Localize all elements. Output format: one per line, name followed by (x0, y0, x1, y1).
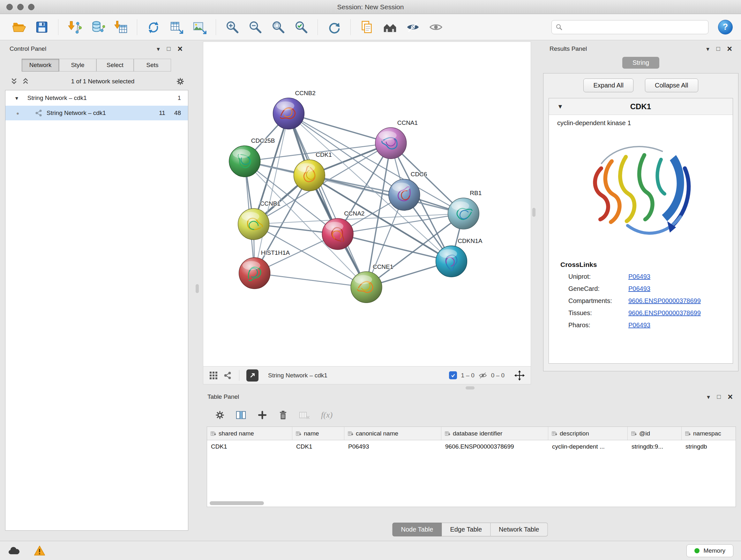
column-header-description[interactable]: description (548, 427, 628, 440)
column-header-id[interactable]: @id (628, 427, 682, 440)
show-columns-button[interactable] (235, 410, 246, 420)
selected-checkbox-icon[interactable] (449, 371, 457, 379)
panel-float-icon[interactable]: □ (167, 45, 171, 52)
network-node-CCNA1[interactable]: CCNA1 (375, 119, 418, 159)
tab-sets[interactable]: Sets (134, 59, 171, 71)
collection-row[interactable]: ▼ String Network – cdk1 1 (5, 90, 188, 106)
network-view-canvas[interactable]: CCNB2CCNA1CDC25BCDK1CDC6RB1CCNB1CCNA2CDK… (203, 42, 531, 367)
grid-view-button[interactable] (209, 371, 218, 380)
gene-card-header[interactable]: ▼ CDK1 (549, 98, 733, 115)
left-splitter-handle[interactable] (196, 284, 199, 293)
delete-column-button-disabled[interactable] (299, 410, 310, 420)
panel-float-icon[interactable]: □ (717, 393, 721, 400)
network-node-RB1[interactable]: RB1 (448, 190, 482, 229)
panel-menu-icon[interactable]: ▾ (706, 45, 710, 53)
memory-button[interactable]: Memory (686, 544, 733, 557)
network-list-button[interactable] (223, 371, 232, 380)
warnings-button[interactable] (34, 545, 45, 556)
panel-close-icon[interactable]: × (728, 394, 733, 400)
network-row-selected[interactable]: ● String Network – cdk1 11 48 (5, 106, 188, 120)
maximize-window-button[interactable] (28, 4, 35, 10)
horizontal-scrollbar-thumb[interactable] (210, 501, 264, 505)
save-session-button[interactable] (31, 17, 52, 38)
open-in-new-window-button[interactable] (246, 369, 259, 381)
cell-canonical-name[interactable]: P06493 (344, 440, 441, 454)
panel-menu-icon[interactable]: ▾ (707, 393, 710, 401)
column-header-shared-name[interactable]: shared name (207, 427, 292, 440)
open-session-button[interactable] (8, 17, 29, 38)
minimize-window-button[interactable] (17, 4, 23, 10)
column-header-name[interactable]: name (292, 427, 344, 440)
network-node-HIST1H1A[interactable]: HIST1H1A (239, 249, 290, 289)
tab-select[interactable]: Select (96, 59, 134, 71)
show-all-button[interactable] (425, 17, 447, 38)
cell-database-identifier[interactable]: 9606.ENSP00000378699 (441, 440, 548, 454)
gene-expanded-icon[interactable]: ▼ (557, 103, 563, 110)
bottom-splitter-handle[interactable] (466, 386, 475, 389)
zoom-in-button[interactable] (222, 17, 243, 38)
tab-network[interactable]: Network (22, 59, 59, 71)
help-button[interactable]: ? (718, 20, 733, 35)
zoom-fit-button[interactable] (268, 17, 289, 38)
network-edge-CCNB2-CCNE1[interactable] (288, 114, 366, 287)
cell-name[interactable]: CDK1 (292, 440, 344, 454)
expand-all-button[interactable]: Expand All (583, 78, 633, 92)
hidden-eye-slash-icon[interactable] (478, 371, 487, 380)
create-column-button[interactable] (257, 410, 267, 420)
table-export-icon (169, 20, 184, 35)
network-edge-HIST1H1A-CCNE1[interactable] (255, 273, 366, 287)
panel-close-icon[interactable]: × (178, 46, 183, 52)
cloud-status-button[interactable] (8, 546, 20, 555)
cell-id[interactable]: stringdb:9... (628, 440, 682, 454)
network-options-button[interactable] (176, 77, 185, 85)
export-image-button[interactable] (189, 17, 210, 38)
tab-network-table[interactable]: Network Table (490, 523, 548, 537)
new-network-from-selection-button[interactable] (143, 17, 164, 38)
tab-string[interactable]: String (622, 57, 659, 69)
hide-selected-button[interactable] (402, 17, 423, 38)
panel-close-icon[interactable]: × (727, 46, 732, 52)
column-header-canonical-name[interactable]: canonical name (344, 427, 441, 440)
collapse-all-button[interactable]: Collapse All (645, 78, 698, 92)
pan-crosshair-icon[interactable] (514, 370, 525, 381)
crosslink-genecard[interactable]: P06493 (628, 285, 733, 293)
import-network-database-button[interactable] (87, 17, 108, 38)
cell-namespace[interactable]: stringdb (682, 440, 736, 454)
crosslink-tissues[interactable]: 9606.ENSP00000378699 (628, 309, 733, 317)
crosslink-uniprot[interactable]: P06493 (628, 273, 733, 280)
refresh-view-button[interactable] (324, 17, 345, 38)
search-input[interactable] (566, 23, 704, 30)
tab-edge-table[interactable]: Edge Table (442, 523, 490, 537)
export-table-button[interactable] (166, 17, 187, 38)
birdseye-overview-button[interactable] (380, 17, 401, 38)
delete-row-button[interactable] (278, 410, 288, 420)
right-splitter-handle[interactable] (532, 208, 536, 217)
panel-menu-icon[interactable]: ▾ (157, 45, 160, 53)
zoom-selected-button[interactable] (291, 17, 312, 38)
function-builder-button[interactable]: f(x) (321, 410, 333, 420)
network-edge-CCNB2-CCNA1[interactable] (288, 114, 391, 143)
import-table-button[interactable] (110, 17, 131, 38)
import-network-file-button[interactable] (64, 17, 85, 38)
network-node-CCNB2[interactable]: CCNB2 (273, 90, 316, 129)
tab-style[interactable]: Style (59, 59, 96, 71)
zoom-out-button[interactable] (245, 17, 266, 38)
table-options-button[interactable] (215, 410, 225, 420)
cell-shared-name[interactable]: CDK1 (207, 440, 292, 454)
close-window-button[interactable] (6, 4, 13, 10)
network-node-label: CDK1 (316, 151, 332, 158)
cell-description[interactable]: cyclin-dependent ... (548, 440, 628, 454)
panel-float-icon[interactable]: □ (717, 45, 720, 52)
crosslink-compartments[interactable]: 9606.ENSP00000378699 (628, 297, 733, 305)
table-row[interactable]: CDK1 CDK1 P06493 9606.ENSP00000378699 cy… (207, 440, 736, 454)
column-header-database-identifier[interactable]: database identifier (441, 427, 548, 440)
tab-node-table[interactable]: Node Table (393, 523, 442, 537)
expand-all-button[interactable] (22, 78, 29, 85)
collapse-all-button[interactable] (10, 78, 18, 85)
duplicate-document-button[interactable] (356, 17, 378, 38)
table-panel-title: Table Panel (207, 393, 239, 400)
crosslink-pharos[interactable]: P06493 (628, 321, 733, 329)
network-node-CDC25B[interactable]: CDC25B (229, 137, 275, 177)
collection-expanded-icon[interactable]: ▼ (14, 96, 19, 101)
column-header-namespace[interactable]: namespac (682, 427, 736, 440)
